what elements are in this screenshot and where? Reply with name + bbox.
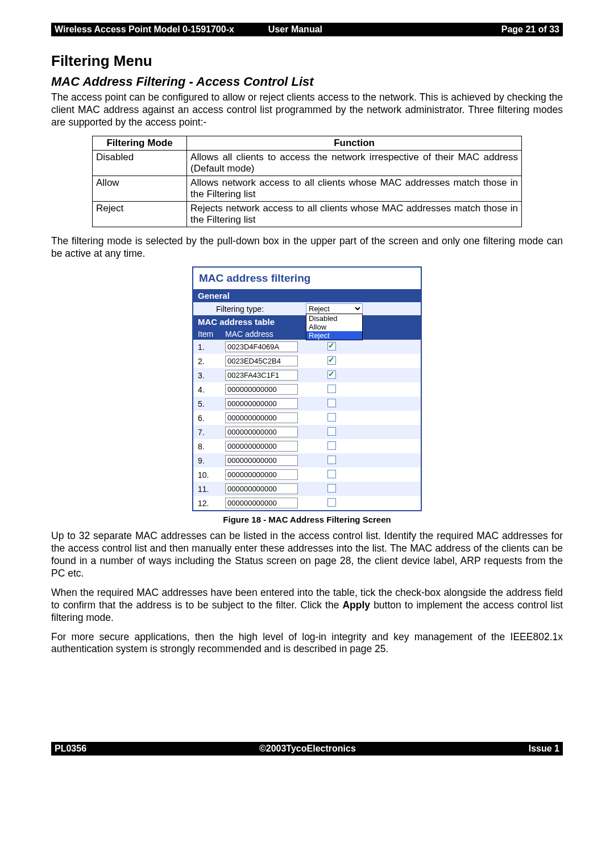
table-row: Disabled Allows all clients to access th… [93,150,522,176]
mac-row: 7. [193,425,421,439]
mac-row-index: 12. [193,499,225,508]
dropdown-option-disabled[interactable]: Disabled [306,314,362,323]
mac-row: 2. [193,354,421,368]
mac-row: 9. [193,453,421,468]
mac-address-input[interactable] [225,398,298,409]
mac-address-input[interactable] [225,384,298,395]
filtering-modes-table: Filtering Mode Function Disabled Allows … [92,136,522,227]
filtering-type-select[interactable]: Reject [306,303,363,314]
mac-row: 10. [193,468,421,482]
mac-row-checkbox[interactable] [327,484,336,493]
mac-row-index: 8. [193,442,225,451]
footer-mid: ©2003TycoElectronics [259,744,356,754]
mac-row: 11. [193,482,421,496]
filtering-type-dropdown-list[interactable]: Disabled Allow Reject [306,314,363,340]
footer-left: PL0356 [55,744,86,754]
mac-row-checkbox[interactable] [327,370,336,379]
mac-row: 1. [193,340,421,354]
mac-row-checkbox[interactable] [327,342,336,350]
footer-right: Issue 1 [529,744,559,754]
mac-row: 8. [193,439,421,453]
paragraph-filtering-mode: The filtering mode is selected by the pu… [51,235,563,260]
mac-row-checkbox[interactable] [327,427,336,436]
header-right: Page 21 of 33 [501,24,559,35]
mac-row-index: 5. [193,399,225,408]
mac-address-input[interactable] [225,370,298,381]
mac-row-index: 7. [193,428,225,437]
mac-address-input[interactable] [225,441,298,452]
paragraph-intro: The access point can be configured to al… [51,91,563,129]
figure-caption: Figure 18 - MAC Address Filtering Screen [51,515,563,524]
mac-address-input[interactable] [225,469,298,480]
mac-row-index: 9. [193,456,225,465]
header-mid: User Manual [268,24,356,35]
col-header-item: Item [193,329,225,339]
page-header: Wireless Access Point Model 0-1591700-x … [51,23,563,36]
mac-row-index: 4. [193,385,225,394]
mac-row-checkbox[interactable] [327,356,336,365]
filtering-type-label: Filtering type: [216,304,306,314]
mac-address-input[interactable] [225,455,298,466]
mac-row-index: 11. [193,485,225,494]
table-row: Allow Allows network access to all clien… [93,176,522,201]
filtering-type-row: Filtering type: Reject Disabled Allow Re… [193,302,421,315]
modes-th-function: Function [187,136,522,150]
mac-address-input[interactable] [225,427,298,437]
table-row: Reject Rejects network access to all cli… [93,201,522,227]
mac-row-index: 2. [193,357,225,366]
mac-row: 6. [193,411,421,425]
mac-row-index: 3. [193,371,225,380]
dropdown-option-allow[interactable]: Allow [306,323,362,331]
dropdown-option-reject[interactable]: Reject [306,331,362,340]
mac-row: 4. [193,382,421,397]
paragraph-apply: When the required MAC addresses have bee… [51,587,563,624]
mac-row-index: 10. [193,470,225,479]
mac-address-input[interactable] [225,356,298,366]
mac-row-index: 6. [193,414,225,423]
mac-row: 3. [193,368,421,382]
mac-row-index: 1. [193,343,225,352]
mac-address-input[interactable] [225,498,298,508]
subsection-title: MAC Address Filtering - Access Control L… [51,74,563,89]
panel-title: MAC address filtering [193,268,421,289]
header-left: Wireless Access Point Model 0-1591700-x [55,24,268,35]
mac-row-checkbox[interactable] [327,413,336,422]
paragraph-32-addresses: Up to 32 separate MAC addresses can be l… [51,530,563,580]
mac-row-checkbox[interactable] [327,399,336,407]
mac-row-checkbox[interactable] [327,456,336,464]
mac-row-checkbox[interactable] [327,441,336,450]
mac-row-checkbox[interactable] [327,498,336,507]
mac-address-input[interactable] [225,412,298,423]
mac-row: 12. [193,496,421,510]
mac-address-input[interactable] [225,483,298,494]
mac-row-checkbox[interactable] [327,385,336,393]
section-title: Filtering Menu [51,52,563,70]
mac-row-checkbox[interactable] [327,470,336,478]
mac-address-input[interactable] [225,341,298,352]
mac-row: 5. [193,397,421,411]
modes-th-mode: Filtering Mode [93,136,187,150]
col-header-mac: MAC address [225,329,310,339]
page-footer: PL0356 ©2003TycoElectronics Issue 1 [51,742,563,756]
general-bar: General [193,289,421,302]
paragraph-8021x: For more secure applications, then the h… [51,631,563,656]
mac-filtering-panel: MAC address filtering General Filtering … [192,266,422,511]
